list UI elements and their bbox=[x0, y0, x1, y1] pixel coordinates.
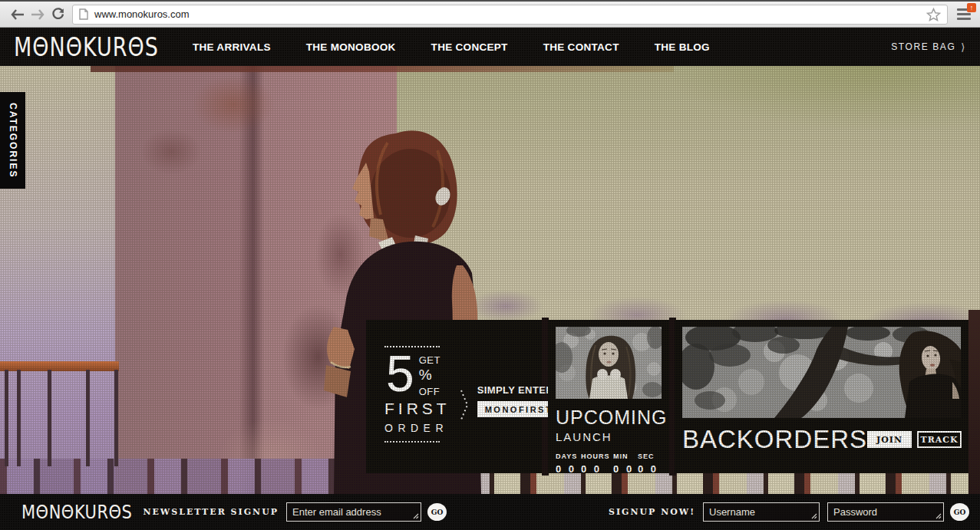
footer-brand-logo[interactable]: MΘNΘKURΘS bbox=[21, 501, 132, 523]
back-arrow-icon bbox=[11, 9, 25, 20]
countdown-min: MIN 0 0 bbox=[613, 453, 634, 475]
dotted-chevron-icon bbox=[460, 389, 470, 473]
newsletter-go-button[interactable]: GO bbox=[427, 503, 447, 521]
store-bag-label: STORE BAG bbox=[891, 41, 955, 52]
nav-item-monobook[interactable]: THE MONOBOOK bbox=[306, 41, 396, 53]
update-badge-icon: ↑ bbox=[967, 3, 976, 12]
email-input[interactable] bbox=[286, 502, 421, 522]
signup-label: SIGNUP NOW! bbox=[609, 507, 695, 517]
nav-item-concept[interactable]: THE CONCEPT bbox=[431, 41, 508, 53]
site-footer: MΘNΘKURΘS NEWSLETTER SIGNUP GO SIGNUP NO… bbox=[0, 494, 980, 530]
backorders-title: BACKORDERS bbox=[682, 425, 867, 454]
backorders-photo bbox=[682, 327, 961, 418]
signup-go-button[interactable]: GO bbox=[950, 503, 969, 521]
site-header: MΘNΘKURΘS THE ARRIVALS THE MONOBOOK THE … bbox=[0, 28, 980, 66]
discount-offer: 5 GET % OFF FIRST ORDER bbox=[384, 346, 450, 473]
browser-toolbar: www.monokuros.com ↑ bbox=[0, 0, 980, 28]
discount-off-label: OFF bbox=[419, 386, 441, 397]
promo-discount: 5 GET % OFF FIRST ORDER SIMPLY ENTER MON… bbox=[366, 320, 542, 473]
launch-countdown: DAYS 0 0 HOURS 0 0 MIN 0 0 SEC 0 0 bbox=[556, 453, 662, 475]
track-button[interactable]: TRACK bbox=[917, 431, 962, 448]
menu-bar bbox=[957, 18, 971, 20]
countdown-hours: HOURS 0 0 bbox=[581, 453, 610, 475]
hero-right-shadow bbox=[968, 310, 980, 494]
promo-upcoming: UPCOMING LAUNCH DAYS 0 0 HOURS 0 0 MIN 0… bbox=[548, 320, 669, 473]
countdown-days: DAYS 0 0 bbox=[556, 453, 577, 475]
chrome-menu-button[interactable]: ↑ bbox=[954, 6, 974, 23]
hero-banner: CATEGORIES 5 GET % OFF FIRST ORDER SIMPL… bbox=[0, 66, 980, 494]
dotted-divider bbox=[384, 441, 440, 443]
nav-item-contact[interactable]: THE CONTACT bbox=[543, 41, 619, 53]
url-bar[interactable]: www.monokuros.com bbox=[72, 5, 948, 25]
categories-tab[interactable]: CATEGORIES bbox=[0, 92, 25, 189]
newsletter-label: NEWSLETTER SIGNUP bbox=[143, 507, 279, 517]
newsletter-email-wrap bbox=[286, 502, 421, 522]
upcoming-subtitle: LAUNCH bbox=[556, 430, 662, 443]
discount-amount: 5 bbox=[386, 351, 414, 396]
hero-railing-post bbox=[48, 370, 51, 466]
username-wrap bbox=[703, 502, 820, 522]
menu-bar bbox=[957, 13, 971, 15]
forward-arrow-icon bbox=[31, 9, 45, 20]
forward-button[interactable] bbox=[28, 5, 48, 25]
hero-railing-post bbox=[86, 370, 90, 466]
password-input[interactable] bbox=[827, 502, 944, 522]
bookmark-star-icon[interactable] bbox=[926, 8, 941, 21]
hero-railing-post bbox=[5, 370, 8, 466]
username-input[interactable] bbox=[703, 502, 820, 522]
countdown-sec: SEC 0 0 bbox=[638, 453, 658, 475]
discount-get-label: GET bbox=[419, 354, 441, 366]
main-nav: THE ARRIVALS THE MONOBOOK THE CONCEPT TH… bbox=[193, 41, 710, 53]
chevron-right-icon: ⟩ bbox=[961, 41, 966, 53]
back-button[interactable] bbox=[8, 5, 28, 25]
upcoming-photo bbox=[556, 327, 662, 399]
promo-backorders: BACKORDERS JOIN TRACK bbox=[675, 320, 968, 473]
hero-railing-post bbox=[17, 370, 21, 466]
nav-item-arrivals[interactable]: THE ARRIVALS bbox=[193, 41, 271, 53]
page-icon bbox=[79, 8, 88, 20]
url-text[interactable]: www.monokuros.com bbox=[94, 8, 926, 20]
join-button[interactable]: JOIN bbox=[867, 431, 912, 448]
categories-tab-label: CATEGORIES bbox=[8, 103, 18, 178]
discount-line1: FIRST bbox=[384, 400, 450, 418]
hero-top-strip bbox=[91, 66, 674, 72]
brand-logo[interactable]: MΘNΘKURΘS bbox=[14, 32, 159, 61]
discount-percent: % bbox=[419, 367, 441, 384]
refresh-icon bbox=[51, 8, 64, 21]
discount-line2: ORDER bbox=[384, 422, 450, 434]
hero-railing-post bbox=[114, 370, 118, 466]
refresh-button[interactable] bbox=[48, 5, 68, 25]
nav-item-blog[interactable]: THE BLOG bbox=[655, 41, 710, 53]
upcoming-title: UPCOMING bbox=[556, 407, 662, 429]
store-bag-button[interactable]: STORE BAG ⟩ bbox=[891, 41, 966, 53]
password-wrap bbox=[827, 502, 944, 522]
